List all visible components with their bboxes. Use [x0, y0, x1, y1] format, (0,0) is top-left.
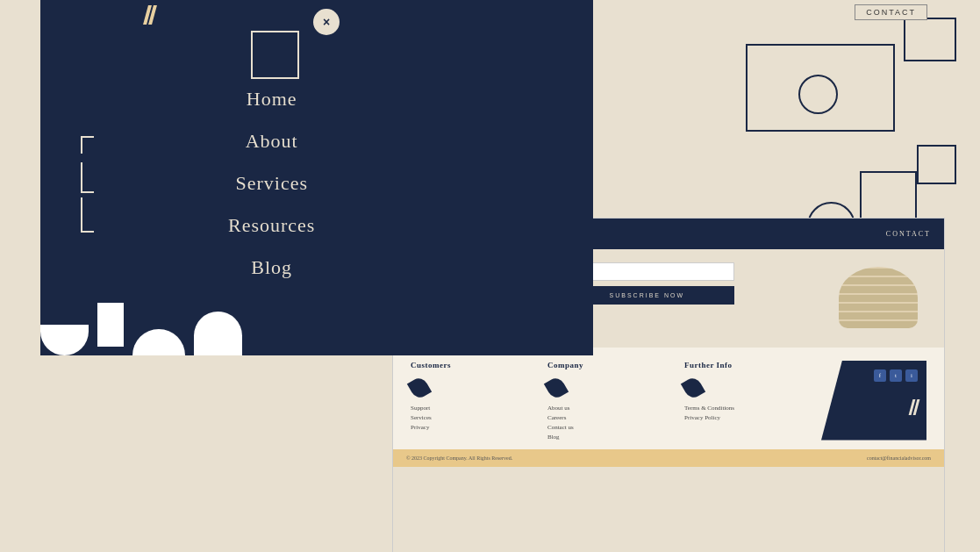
- nav-menu: Home About Services Resources Blog: [228, 88, 315, 279]
- footer-col-title-further: Further Info: [684, 361, 808, 369]
- white-u-shape: [40, 325, 89, 355]
- contact-email-bottom: contact@financialadvisor.com: [867, 455, 931, 461]
- outline-rect-top-right: [904, 18, 956, 61]
- nav-overlay: [40, 0, 593, 355]
- footer-link-services[interactable]: Services: [411, 414, 534, 421]
- copyright-text: © 2023 Copyright Company. All Rights Res…: [406, 455, 512, 461]
- bottom-bar: © 2023 Copyright Company. All Rights Res…: [393, 449, 944, 467]
- subscribe-form: SUBSCRIBE NOW: [559, 262, 821, 305]
- footer-links-customers: Support Services Privacy: [411, 405, 534, 431]
- facebook-icon[interactable]: f: [874, 369, 886, 382]
- coins-visual: [839, 267, 918, 328]
- right-panel: [553, 0, 980, 228]
- coins-area: [839, 262, 926, 328]
- leaf-icon-further: [681, 375, 705, 400]
- twitter-icon[interactable]: t: [890, 369, 902, 382]
- nav-item-services[interactable]: Services: [228, 172, 315, 195]
- footer-col-company: Company About us Careers Contact us Blog: [547, 361, 671, 441]
- white-half-circle: [132, 329, 185, 355]
- leaf-icon-company: [544, 375, 569, 400]
- nav-item-resources[interactable]: Resources: [228, 214, 315, 237]
- left-bracket-decoration: [81, 136, 98, 268]
- white-arch: [194, 312, 242, 355]
- nav-item-home[interactable]: Home: [228, 88, 315, 111]
- footer-logo: [911, 399, 918, 415]
- footer-link-contact[interactable]: Contact us: [547, 424, 671, 431]
- footer-link-terms[interactable]: Terms & Conditions: [684, 405, 808, 412]
- footer-link-privacy-policy[interactable]: Privacy Policy: [684, 414, 808, 421]
- footer-link-support[interactable]: Support: [411, 405, 534, 412]
- footer-dark-area: f t i: [821, 361, 926, 441]
- footer-link-privacy[interactable]: Privacy: [411, 424, 534, 431]
- small-square-outline: [917, 145, 956, 184]
- square-outline-top: [251, 31, 299, 79]
- bracket-mid2: [81, 197, 94, 233]
- social-icons: f t i: [874, 369, 918, 382]
- close-button[interactable]: ×: [313, 9, 340, 35]
- footer-link-careers[interactable]: Careers: [547, 414, 671, 421]
- bracket-mid1: [81, 162, 94, 193]
- circle-right: [798, 75, 838, 114]
- bottom-white-shapes: [40, 290, 251, 355]
- nav-item-about[interactable]: About: [228, 130, 315, 153]
- footer-link-blog[interactable]: Blog: [547, 434, 671, 441]
- footer-col-title-company: Company: [547, 361, 671, 369]
- nav-logo: [146, 5, 154, 25]
- bracket-top: [81, 136, 94, 154]
- footer-links-further: Terms & Conditions Privacy Policy: [684, 405, 808, 421]
- nav-item-blog[interactable]: Blog: [228, 256, 315, 279]
- footer-section: Customers Support Services Privacy Compa…: [393, 348, 944, 449]
- footer-col-title-customers: Customers: [411, 361, 534, 369]
- contact-button-top[interactable]: CONTACT: [855, 4, 927, 20]
- footer-col-further: Further Info Terms & Conditions Privacy …: [684, 361, 808, 441]
- leaf-icon-customers: [407, 375, 432, 400]
- footer-col-customers: Customers Support Services Privacy: [411, 361, 534, 441]
- instagram-icon[interactable]: i: [905, 369, 918, 382]
- footer-links-company: About us Careers Contact us Blog: [547, 405, 671, 441]
- bw-contact-label: CONTACT: [886, 230, 931, 238]
- white-rect: [97, 303, 124, 347]
- footer-link-about[interactable]: About us: [547, 405, 671, 412]
